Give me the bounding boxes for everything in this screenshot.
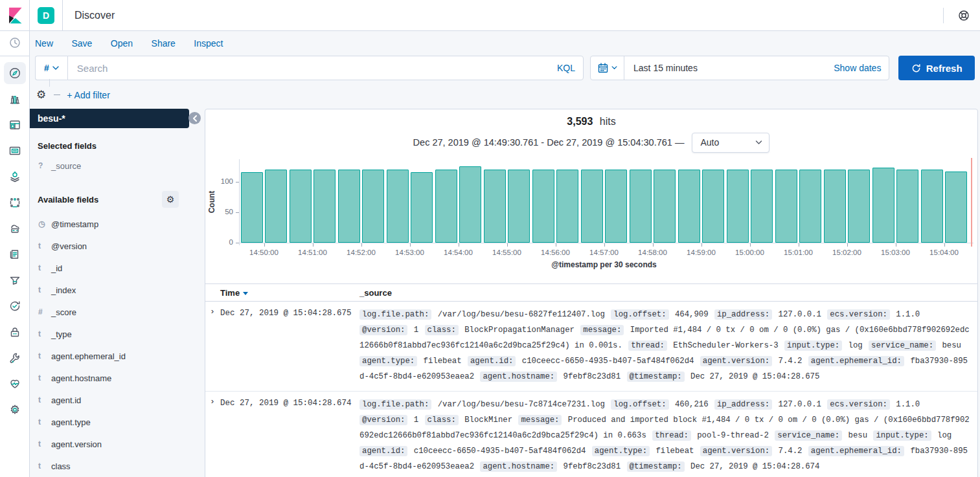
histogram-bar[interactable] [848,170,870,243]
index-pattern-selector[interactable]: besu-* [30,109,189,128]
source-field-name: agent.hostname: [480,372,557,382]
histogram-bar[interactable] [824,170,846,243]
histogram-bar[interactable] [556,170,578,243]
refresh-button[interactable]: Refresh [898,56,975,80]
selected-fields-heading: Selected fields [38,141,199,151]
nav-visualize[interactable] [0,86,30,112]
time-column-header[interactable]: Time [220,288,359,298]
nav-apm[interactable] [0,267,30,293]
histogram-bar[interactable] [775,170,797,243]
nav-siem[interactable] [0,319,30,345]
menu-save[interactable]: Save [71,38,92,49]
histogram-bar[interactable] [751,170,773,243]
histogram-bar[interactable] [484,170,506,243]
histogram-bar[interactable] [581,170,603,243]
field-item-timestamp[interactable]: ◷@timestamp [30,213,199,235]
histogram-bar[interactable] [654,170,676,243]
histogram-bar[interactable] [532,170,554,243]
interval-select[interactable]: Auto [692,133,769,153]
discover-app-badge[interactable]: D [38,7,54,24]
field-item-agentversion[interactable]: tagent.version [30,433,199,455]
field-item-agenthostname[interactable]: tagent.hostname [30,367,199,389]
field-item-source[interactable]: ?_source [30,155,199,177]
collapse-sidebar-button[interactable] [188,112,201,124]
string-field-type-icon: t [38,461,51,471]
nav-uptime[interactable] [0,293,30,319]
x-tick-label: 14:59:00 [687,249,716,256]
histogram-bar[interactable] [727,170,749,243]
nav-metrics[interactable] [0,216,30,241]
field-item-type[interactable]: t_type [30,323,199,345]
field-settings-button[interactable]: ⚙ [162,191,179,208]
field-item-agentid[interactable]: tagent.id [30,389,199,411]
histogram-bar[interactable] [459,166,481,243]
field-name: agent.version [51,439,102,449]
y-tick-label: 100 [214,177,233,185]
expand-row-icon[interactable]: › [205,397,220,474]
histogram-bar[interactable] [921,170,943,243]
nav-logs[interactable] [0,241,30,267]
nav-maps[interactable] [0,164,30,190]
compass-icon [8,67,21,80]
histogram-bar[interactable] [313,170,336,243]
kibana-logo[interactable] [0,0,30,31]
histogram-bar[interactable] [387,170,409,243]
chevron-down-icon [52,66,59,71]
field-item-index[interactable]: t_index [30,279,199,301]
source-field-value: c10ceecc-6650-4935-b407-5af484f062d4 [407,447,591,456]
add-filter-button[interactable]: + Add filter [67,90,110,100]
histogram-bar[interactable] [702,170,724,243]
source-field-value: 7.4.2 [772,447,808,456]
histogram-bar[interactable] [265,170,287,243]
kql-toggle[interactable]: KQL [557,63,575,73]
field-item-id[interactable]: t_id [30,257,199,279]
row-timestamp: Dec 27, 2019 @ 15:04:28.675 [220,307,359,384]
histogram-bar[interactable] [945,172,967,243]
menu-share[interactable]: Share [152,38,176,49]
time-range-value[interactable]: Last 15 minutes [633,63,698,73]
menu-new[interactable]: New [35,38,53,49]
field-item-agentephemeralid[interactable]: tagent.ephemeral_id [30,345,199,367]
nav-recent[interactable] [0,31,30,54]
histogram-bar[interactable] [678,170,700,243]
filter-options-gear-icon[interactable]: ⚙ [36,89,46,100]
histogram-bar[interactable] [872,168,895,243]
field-item-class[interactable]: tclass [30,455,199,477]
nav-canvas[interactable] [0,138,30,164]
nav-dev-tools[interactable] [0,345,30,371]
histogram-bar[interactable] [605,170,627,243]
nav-stack-monitoring[interactable] [0,371,30,397]
search-input[interactable] [76,62,552,74]
nav-management[interactable] [0,397,30,423]
help-icon[interactable] [953,5,975,27]
field-item-version[interactable]: t@version [30,235,199,257]
histogram-bar[interactable] [241,172,263,243]
histogram-bar[interactable] [435,170,457,243]
source-field-name: ip_address: [714,309,772,320]
nav-dashboard[interactable] [0,112,30,138]
expand-row-icon[interactable]: › [205,307,220,384]
document-row: ›Dec 27, 2019 @ 15:04:28.674log.file.pat… [205,392,977,477]
field-item-agenttype[interactable]: tagent.type [30,411,199,433]
menu-inspect[interactable]: Inspect [194,38,223,49]
nav-discover[interactable] [0,60,30,86]
sort-descending-icon[interactable] [243,292,248,295]
histogram-bar[interactable] [411,172,433,243]
unknown-field-type-icon: ? [38,161,51,170]
histogram-bar[interactable] [362,170,384,243]
heartbeat-icon [8,377,21,390]
field-item-score[interactable]: #_score [30,301,199,323]
show-dates-button[interactable]: Show dates [834,63,881,73]
filter-language-button[interactable]: # [35,56,67,80]
histogram-bar[interactable] [799,170,821,243]
calendar-button[interactable] [591,56,624,80]
menu-open[interactable]: Open [111,38,133,49]
nav-machine-learning[interactable] [0,190,30,216]
histogram-bar[interactable] [896,170,918,243]
source-field-value: 1.1.0 [890,400,921,409]
cloud-server-icon [8,222,21,235]
histogram-bar[interactable] [290,170,312,243]
histogram-bar[interactable] [508,170,530,243]
histogram-bar[interactable] [338,170,360,243]
histogram-bar[interactable] [630,170,652,243]
